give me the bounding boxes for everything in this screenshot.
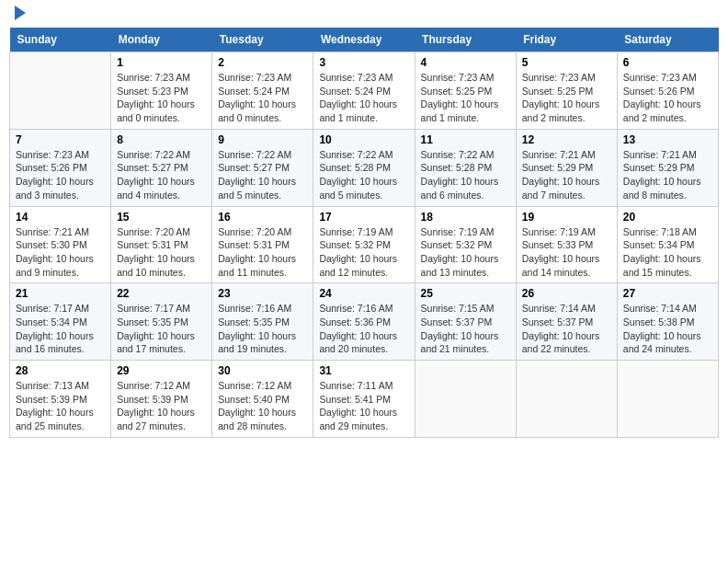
calendar-day-cell	[415, 361, 516, 438]
calendar-week-row: 21Sunrise: 7:17 AMSunset: 5:34 PMDayligh…	[10, 283, 719, 361]
calendar-day-cell: 23Sunrise: 7:16 AMSunset: 5:35 PMDayligh…	[212, 283, 313, 361]
day-number: 8	[117, 133, 206, 146]
calendar-day-cell: 9Sunrise: 7:22 AMSunset: 5:27 PMDaylight…	[212, 129, 313, 206]
day-info: Sunrise: 7:23 AMSunset: 5:26 PMDaylight:…	[623, 71, 712, 125]
calendar-day-cell: 8Sunrise: 7:22 AMSunset: 5:27 PMDaylight…	[111, 129, 212, 206]
day-info: Sunrise: 7:21 AMSunset: 5:29 PMDaylight:…	[522, 148, 611, 202]
day-info: Sunrise: 7:22 AMSunset: 5:28 PMDaylight:…	[421, 148, 510, 202]
day-number: 3	[319, 56, 408, 69]
calendar-header-thursday: Thursday	[415, 28, 516, 52]
day-info: Sunrise: 7:19 AMSunset: 5:32 PMDaylight:…	[421, 225, 510, 280]
day-info: Sunrise: 7:23 AMSunset: 5:23 PMDaylight:…	[117, 71, 206, 125]
calendar-week-row: 28Sunrise: 7:13 AMSunset: 5:39 PMDayligh…	[10, 361, 719, 438]
day-number: 17	[319, 211, 408, 224]
calendar-day-cell: 3Sunrise: 7:23 AMSunset: 5:24 PMDaylight…	[313, 52, 415, 130]
day-number: 2	[218, 56, 307, 69]
day-info: Sunrise: 7:22 AMSunset: 5:27 PMDaylight:…	[218, 148, 307, 202]
day-number: 24	[319, 287, 408, 300]
day-number: 7	[16, 133, 105, 146]
calendar-day-cell: 10Sunrise: 7:22 AMSunset: 5:28 PMDayligh…	[313, 129, 415, 206]
day-number: 11	[421, 133, 510, 146]
day-info: Sunrise: 7:21 AMSunset: 5:30 PMDaylight:…	[16, 225, 105, 280]
day-info: Sunrise: 7:18 AMSunset: 5:34 PMDaylight:…	[623, 225, 712, 280]
calendar-header-tuesday: Tuesday	[212, 28, 313, 52]
day-number: 12	[522, 133, 611, 146]
day-info: Sunrise: 7:12 AMSunset: 5:40 PMDaylight:…	[218, 379, 307, 433]
day-number: 29	[117, 364, 206, 377]
calendar-day-cell: 27Sunrise: 7:14 AMSunset: 5:38 PMDayligh…	[617, 283, 718, 361]
day-info: Sunrise: 7:21 AMSunset: 5:29 PMDaylight:…	[623, 148, 712, 202]
calendar-week-row: 14Sunrise: 7:21 AMSunset: 5:30 PMDayligh…	[10, 206, 719, 283]
day-number: 10	[319, 133, 408, 146]
day-info: Sunrise: 7:22 AMSunset: 5:28 PMDaylight:…	[319, 148, 408, 202]
calendar-week-row: 7Sunrise: 7:23 AMSunset: 5:26 PMDaylight…	[10, 129, 719, 206]
day-info: Sunrise: 7:11 AMSunset: 5:41 PMDaylight:…	[319, 379, 408, 433]
day-number: 19	[522, 211, 611, 224]
calendar-day-cell: 31Sunrise: 7:11 AMSunset: 5:41 PMDayligh…	[313, 361, 415, 438]
calendar-day-cell: 28Sunrise: 7:13 AMSunset: 5:39 PMDayligh…	[10, 361, 111, 438]
calendar-day-cell: 5Sunrise: 7:23 AMSunset: 5:25 PMDaylight…	[516, 52, 617, 130]
calendar-day-cell: 13Sunrise: 7:21 AMSunset: 5:29 PMDayligh…	[617, 129, 718, 206]
calendar-header-sunday: Sunday	[10, 28, 111, 52]
calendar-day-cell: 25Sunrise: 7:15 AMSunset: 5:37 PMDayligh…	[415, 283, 516, 361]
calendar-day-cell: 7Sunrise: 7:23 AMSunset: 5:26 PMDaylight…	[10, 129, 111, 206]
day-info: Sunrise: 7:23 AMSunset: 5:25 PMDaylight:…	[421, 71, 510, 125]
calendar-day-cell: 20Sunrise: 7:18 AMSunset: 5:34 PMDayligh…	[617, 206, 718, 283]
day-number: 9	[218, 133, 307, 146]
day-info: Sunrise: 7:23 AMSunset: 5:26 PMDaylight:…	[16, 148, 105, 202]
calendar-day-cell: 18Sunrise: 7:19 AMSunset: 5:32 PMDayligh…	[415, 206, 516, 283]
calendar-header-row: SundayMondayTuesdayWednesdayThursdayFrid…	[10, 28, 719, 52]
day-number: 5	[522, 56, 611, 69]
day-number: 27	[623, 287, 712, 300]
calendar-day-cell: 19Sunrise: 7:19 AMSunset: 5:33 PMDayligh…	[516, 206, 617, 283]
day-number: 28	[16, 364, 105, 377]
day-number: 31	[319, 364, 408, 377]
calendar-day-cell: 26Sunrise: 7:14 AMSunset: 5:37 PMDayligh…	[516, 283, 617, 361]
day-number: 26	[522, 287, 611, 300]
day-info: Sunrise: 7:19 AMSunset: 5:32 PMDaylight:…	[319, 225, 408, 280]
calendar-day-cell: 21Sunrise: 7:17 AMSunset: 5:34 PMDayligh…	[10, 283, 111, 361]
day-info: Sunrise: 7:17 AMSunset: 5:35 PMDaylight:…	[117, 302, 206, 356]
day-info: Sunrise: 7:16 AMSunset: 5:36 PMDaylight:…	[319, 302, 408, 356]
day-number: 20	[623, 211, 712, 224]
day-number: 25	[421, 287, 510, 300]
calendar-day-cell: 30Sunrise: 7:12 AMSunset: 5:40 PMDayligh…	[212, 361, 313, 438]
day-number: 4	[421, 56, 510, 69]
day-number: 30	[218, 364, 307, 377]
day-number: 6	[623, 56, 712, 69]
calendar-header-friday: Friday	[516, 28, 617, 52]
day-number: 23	[218, 287, 307, 300]
day-number: 15	[117, 211, 206, 224]
day-info: Sunrise: 7:23 AMSunset: 5:24 PMDaylight:…	[218, 71, 307, 125]
day-info: Sunrise: 7:19 AMSunset: 5:33 PMDaylight:…	[522, 225, 611, 280]
calendar-day-cell: 6Sunrise: 7:23 AMSunset: 5:26 PMDaylight…	[617, 52, 718, 130]
calendar-day-cell: 2Sunrise: 7:23 AMSunset: 5:24 PMDaylight…	[212, 52, 313, 130]
day-number: 1	[117, 56, 206, 69]
logo-arrow-icon	[15, 6, 26, 20]
calendar-day-cell: 24Sunrise: 7:16 AMSunset: 5:36 PMDayligh…	[313, 283, 415, 361]
day-info: Sunrise: 7:17 AMSunset: 5:34 PMDaylight:…	[16, 302, 105, 356]
calendar-week-row: 1Sunrise: 7:23 AMSunset: 5:23 PMDaylight…	[10, 52, 719, 130]
day-number: 18	[421, 211, 510, 224]
day-info: Sunrise: 7:14 AMSunset: 5:38 PMDaylight:…	[623, 302, 712, 356]
calendar-day-cell: 29Sunrise: 7:12 AMSunset: 5:39 PMDayligh…	[111, 361, 212, 438]
calendar-header-monday: Monday	[111, 28, 212, 52]
day-number: 22	[117, 287, 206, 300]
calendar-day-cell: 16Sunrise: 7:20 AMSunset: 5:31 PMDayligh…	[212, 206, 313, 283]
calendar-day-cell	[516, 361, 617, 438]
calendar-table: SundayMondayTuesdayWednesdayThursdayFrid…	[9, 28, 719, 438]
calendar-day-cell: 1Sunrise: 7:23 AMSunset: 5:23 PMDaylight…	[111, 52, 212, 130]
calendar-day-cell: 12Sunrise: 7:21 AMSunset: 5:29 PMDayligh…	[516, 129, 617, 206]
day-number: 14	[16, 211, 105, 224]
calendar-header-wednesday: Wednesday	[313, 28, 415, 52]
day-number: 13	[623, 133, 712, 146]
calendar-day-cell: 22Sunrise: 7:17 AMSunset: 5:35 PMDayligh…	[111, 283, 212, 361]
day-info: Sunrise: 7:20 AMSunset: 5:31 PMDaylight:…	[117, 225, 206, 280]
calendar-day-cell: 14Sunrise: 7:21 AMSunset: 5:30 PMDayligh…	[10, 206, 111, 283]
day-number: 16	[218, 211, 307, 224]
day-info: Sunrise: 7:23 AMSunset: 5:24 PMDaylight:…	[319, 71, 408, 125]
day-info: Sunrise: 7:22 AMSunset: 5:27 PMDaylight:…	[117, 148, 206, 202]
calendar-day-cell: 4Sunrise: 7:23 AMSunset: 5:25 PMDaylight…	[415, 52, 516, 130]
day-number: 21	[16, 287, 105, 300]
page-header	[9, 9, 719, 20]
